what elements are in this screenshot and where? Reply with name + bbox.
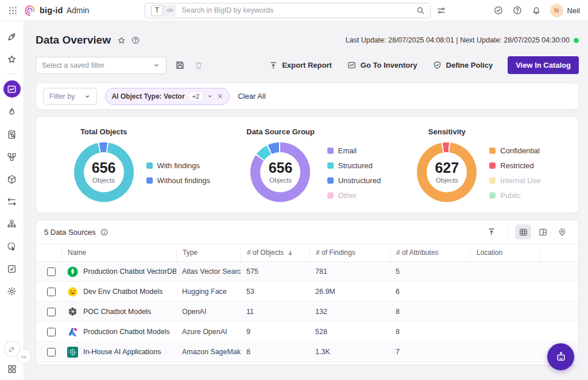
donut-chart[interactable]: 656 Objects bbox=[250, 142, 310, 202]
filter-chip-ai-object-type[interactable]: AI Object Type: Vector +2 bbox=[105, 88, 230, 105]
donut-center-label: Objects bbox=[436, 177, 458, 184]
table-export-icon[interactable] bbox=[483, 224, 500, 239]
chart-title: Sensitivity bbox=[428, 127, 466, 136]
column-header[interactable]: Name bbox=[61, 244, 176, 261]
saved-filter-select[interactable]: Select a saved filter bbox=[36, 57, 167, 74]
legend-item[interactable]: Confidential bbox=[489, 146, 540, 155]
row-checkbox[interactable] bbox=[47, 267, 56, 276]
legend-item[interactable]: Without findings bbox=[146, 176, 211, 185]
donut-chart[interactable]: 656 Objects bbox=[74, 142, 134, 202]
row-checkbox[interactable] bbox=[47, 308, 56, 316]
sidebar-item-data-overview[interactable] bbox=[3, 80, 21, 98]
table-row[interactable]: In-House AI Applications Amazon SageMak.… bbox=[36, 342, 578, 362]
user-menu[interactable]: N Neil bbox=[550, 4, 580, 17]
global-search[interactable]: T </> bbox=[145, 3, 431, 18]
check-square-icon bbox=[6, 263, 17, 274]
sidebar-item-reports[interactable] bbox=[4, 126, 20, 142]
waffle-menu-icon[interactable] bbox=[8, 6, 18, 15]
legend-item[interactable]: Other bbox=[327, 191, 381, 200]
panel-view-icon[interactable] bbox=[535, 224, 551, 239]
page-help-icon[interactable] bbox=[131, 36, 140, 45]
rocket-icon bbox=[6, 32, 17, 42]
save-filter-icon[interactable] bbox=[175, 60, 185, 71]
legend-swatch bbox=[327, 177, 334, 184]
cell-name[interactable]: Production Chatbot VectorDB bbox=[61, 266, 176, 277]
donut-chart[interactable]: 627 Objects bbox=[417, 142, 477, 202]
table-row[interactable]: Dev Env Chatbot Models Hugging Face 53 2… bbox=[36, 282, 578, 302]
legend-item[interactable]: Email bbox=[327, 146, 381, 155]
legend-item[interactable]: Public bbox=[489, 191, 540, 200]
search-icon[interactable] bbox=[416, 6, 425, 15]
row-checkbox[interactable] bbox=[47, 348, 56, 356]
table-view-icon[interactable] bbox=[515, 224, 531, 239]
legend-item[interactable]: Unstructured bbox=[327, 176, 381, 185]
sidebar-item-tasks[interactable] bbox=[4, 261, 20, 277]
go-to-inventory-button[interactable]: Go To Inventory bbox=[347, 60, 417, 70]
cell-name[interactable]: Dev Env Chatbot Models bbox=[61, 286, 176, 297]
cell-objects: 8 bbox=[241, 348, 310, 356]
legend-item[interactable]: Restricted bbox=[489, 161, 540, 170]
legend-item[interactable]: With findings bbox=[146, 161, 211, 170]
text-search-toggle[interactable]: T bbox=[151, 5, 163, 16]
map-view-icon[interactable] bbox=[554, 224, 570, 239]
column-header[interactable]: # of Findings bbox=[310, 244, 390, 261]
column-header[interactable] bbox=[539, 244, 578, 261]
chart-group-1: Data Source Group 656 Objects Email Stru… bbox=[246, 127, 381, 202]
search-mode-toggle: T </> bbox=[150, 5, 176, 17]
info-icon[interactable] bbox=[100, 228, 109, 236]
user-name: Neil bbox=[567, 6, 580, 15]
sidebar-item-classification[interactable] bbox=[4, 149, 20, 165]
search-filters-icon[interactable] bbox=[436, 6, 446, 15]
sidebar-item-settings[interactable] bbox=[4, 283, 20, 299]
chip-close-icon[interactable] bbox=[217, 93, 223, 99]
sidebar-item-inventory[interactable] bbox=[4, 171, 20, 187]
table-row[interactable]: Production Chatbot VectorDB Atlas Vector… bbox=[36, 262, 578, 282]
filter-by-select[interactable]: Filter by bbox=[43, 88, 97, 105]
brand-name: big-id bbox=[40, 6, 63, 15]
export-report-button[interactable]: Export Report bbox=[269, 61, 332, 70]
sidebar-collapse-toggle[interactable]: ‹› bbox=[17, 349, 32, 364]
define-policy-button[interactable]: Define Policy bbox=[432, 60, 493, 70]
sidebar-item-orchestration[interactable] bbox=[4, 216, 20, 232]
chart-legend: Email Structured Unstructured Other bbox=[327, 130, 381, 200]
overview-icon bbox=[6, 84, 17, 95]
chevron-down-icon[interactable] bbox=[207, 93, 213, 99]
cell-type: Atlas Vector Search bbox=[176, 267, 241, 276]
delete-filter-icon[interactable] bbox=[194, 60, 204, 71]
sort-desc-icon[interactable] bbox=[287, 249, 294, 257]
chart-group-2: Sensitivity 627 Objects Confidential Res… bbox=[417, 127, 540, 202]
sidebar-item-hotspots[interactable] bbox=[4, 104, 20, 120]
favorite-star-icon[interactable] bbox=[117, 36, 126, 45]
column-header[interactable]: # of Attributes bbox=[390, 244, 470, 261]
table-row[interactable]: POC Chatbot Models OpenAI 11 132 8 bbox=[36, 302, 578, 322]
search-input[interactable] bbox=[181, 6, 411, 15]
row-checkbox[interactable] bbox=[47, 288, 56, 296]
donut-center-value: 656 bbox=[269, 161, 293, 175]
cell-findings: 26.9M bbox=[310, 288, 390, 296]
notifications-bell-icon[interactable] bbox=[531, 5, 541, 15]
query-search-toggle[interactable]: </> bbox=[164, 7, 176, 13]
azure-icon bbox=[67, 327, 78, 338]
column-header[interactable]: Location bbox=[470, 244, 539, 261]
clear-all-filters[interactable]: Clear All bbox=[238, 92, 265, 100]
table-row[interactable]: Production Chatbot Models Azure OpenAI 9… bbox=[36, 322, 578, 342]
sidebar-item-data-rights[interactable] bbox=[4, 238, 20, 254]
legend-swatch bbox=[489, 192, 496, 199]
column-header[interactable]: # of Objects bbox=[241, 244, 310, 261]
sidebar-item-data-flows[interactable] bbox=[4, 193, 20, 210]
sidebar-item-getting-started[interactable] bbox=[4, 29, 20, 45]
legend-item[interactable]: Structured bbox=[327, 161, 381, 170]
sidebar-item-favorites[interactable] bbox=[4, 51, 20, 67]
cell-name[interactable]: Production Chatbot Models bbox=[61, 327, 176, 338]
legend-swatch bbox=[327, 162, 334, 169]
row-checkbox[interactable] bbox=[47, 328, 56, 336]
legend-item[interactable]: Internal Use bbox=[489, 176, 540, 185]
ai-assistant-fab[interactable] bbox=[547, 343, 574, 370]
apps-grid-icon[interactable] bbox=[7, 364, 17, 374]
column-header[interactable]: Type bbox=[176, 244, 241, 261]
view-in-catalog-button[interactable]: View In Catalog bbox=[508, 56, 579, 74]
cell-name[interactable]: In-House AI Applications bbox=[61, 347, 176, 358]
system-health-icon[interactable] bbox=[493, 5, 504, 15]
help-icon[interactable] bbox=[512, 5, 523, 15]
cell-name[interactable]: POC Chatbot Models bbox=[61, 307, 176, 317]
